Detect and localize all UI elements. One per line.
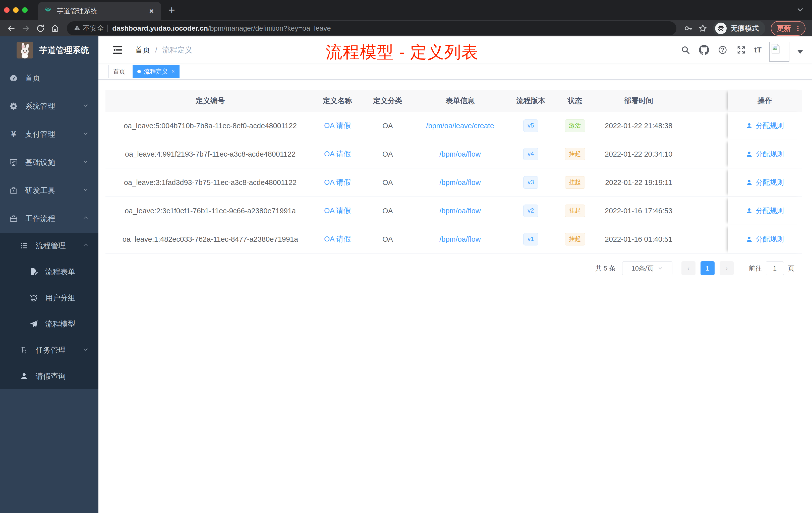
form-info-link[interactable]: /bpm/oa/flow — [439, 178, 481, 187]
active-dot-icon — [137, 70, 141, 73]
definition-name-link[interactable]: OA 请假 — [324, 177, 351, 187]
tag-home[interactable]: 首页 — [109, 65, 130, 78]
definition-category-cell: OA — [360, 225, 415, 253]
assign-rule-link[interactable]: 分配规则 — [746, 206, 784, 216]
definition-name-link[interactable]: OA 请假 — [324, 206, 351, 216]
sidebar-item-label: 工作流程 — [25, 214, 55, 224]
table-body: oa_leave:5:004b710b-7b8a-11ec-8ef0-acde4… — [106, 112, 802, 253]
next-page-button[interactable]: › — [720, 261, 734, 275]
font-size-icon[interactable]: tT — [754, 46, 762, 54]
form-info-link[interactable]: /bpm/oa/flow — [439, 150, 481, 158]
deploy-time-cell: 2022-01-16 17:46:53 — [593, 197, 685, 225]
assign-rule-link[interactable]: 分配规则 — [746, 121, 784, 130]
monitor-icon — [8, 157, 19, 168]
version-cell: v4 — [505, 140, 557, 168]
chevron-down-icon — [82, 130, 89, 139]
version-cell: v5 — [505, 112, 557, 140]
sidebar-logo[interactable]: 芋道管理系统 — [0, 36, 98, 64]
status-cell: 激活 — [557, 112, 593, 140]
table-row-0: oa_leave:5:004b710b-7b8a-11ec-8ef0-acde4… — [106, 112, 802, 140]
window-close-button[interactable] — [4, 7, 9, 13]
tab-title: 芋道管理系统 — [57, 6, 148, 16]
avatar-caret-icon[interactable] — [798, 50, 803, 55]
reload-icon[interactable] — [35, 23, 46, 34]
browser-tab[interactable]: 芋道管理系统 × — [38, 2, 161, 20]
sidebar-item-6[interactable]: 流程管理 — [0, 233, 98, 259]
security-warning-icon[interactable] — [74, 25, 80, 32]
password-key-icon[interactable] — [683, 23, 694, 34]
actions-cell: 分配规则 — [728, 225, 802, 253]
favicon-plant-icon — [44, 7, 52, 15]
fullscreen-icon[interactable] — [736, 44, 747, 56]
version-cell: v1 — [505, 225, 557, 253]
github-icon[interactable] — [698, 44, 709, 56]
form-info-link[interactable]: /bpm/oa/flow — [439, 235, 481, 243]
prev-page-button[interactable]: ‹ — [682, 261, 696, 275]
security-label[interactable]: 不安全 — [83, 24, 104, 33]
page-size-select[interactable]: 10条/页 — [622, 261, 672, 275]
page-1-button[interactable]: 1 — [700, 261, 715, 275]
tab-close-icon[interactable]: × — [148, 7, 155, 15]
filler-cell — [685, 169, 728, 197]
tag-process-definition[interactable]: 流程定义 × — [133, 65, 179, 78]
face-icon — [29, 293, 39, 303]
window-zoom-button[interactable] — [22, 7, 28, 13]
assign-rule-label: 分配规则 — [756, 149, 784, 159]
new-tab-button[interactable]: + — [166, 4, 178, 17]
sidebar-item-4[interactable]: 研发工具 — [0, 176, 98, 205]
sidebar-item-0[interactable]: 首页 — [0, 64, 98, 92]
deploy-time-cell: 2022-01-22 20:34:10 — [593, 140, 685, 168]
sidebar-item-8[interactable]: 用户分组 — [0, 285, 98, 311]
table-row-3: oa_leave:2:3c1f0ef1-76b1-11ec-9c66-a2380… — [106, 197, 802, 225]
assign-rule-link[interactable]: 分配规则 — [746, 178, 784, 187]
window-minimize-button[interactable] — [13, 7, 19, 13]
column-header-3: 表单信息 — [415, 90, 505, 112]
definition-name-link[interactable]: OA 请假 — [324, 121, 351, 131]
bookmark-star-icon[interactable] — [697, 23, 708, 34]
chevron-up-icon — [82, 214, 89, 223]
assign-rule-label: 分配规则 — [756, 234, 784, 244]
avatar[interactable] — [769, 42, 789, 62]
definition-name-link[interactable]: OA 请假 — [324, 234, 351, 244]
definition-name-cell: OA 请假 — [315, 197, 360, 225]
update-button[interactable]: 更新 — [771, 21, 806, 36]
paper-plane-icon — [29, 319, 39, 329]
search-icon[interactable] — [680, 44, 691, 56]
chevron-down-icon — [82, 102, 89, 111]
sidebar-item-7[interactable]: 流程表单 — [0, 259, 98, 285]
breadcrumb-home[interactable]: 首页 — [135, 45, 150, 55]
definition-name-link[interactable]: OA 请假 — [324, 149, 351, 159]
address-bar[interactable]: 不安全 dashboard.yudao.iocoder.cn/bpm/manag… — [67, 21, 676, 35]
chevron-down-icon — [82, 186, 89, 195]
pagination: 共 5 条 10条/页 ‹ 1 › 前往 页 — [98, 261, 794, 276]
sidebar-item-9[interactable]: 流程模型 — [0, 311, 98, 337]
toolbox-icon — [8, 185, 19, 195]
version-badge: v3 — [523, 176, 538, 189]
version-badge: v4 — [523, 148, 538, 160]
status-badge: 挂起 — [565, 233, 585, 245]
kebab-menu-icon — [794, 25, 802, 32]
question-icon[interactable] — [717, 44, 728, 56]
goto-page-input[interactable] — [766, 261, 784, 275]
sidebar-item-3[interactable]: 基础设施 — [0, 148, 98, 176]
back-icon[interactable] — [5, 23, 17, 34]
sidebar-item-10[interactable]: 任务管理 — [0, 337, 98, 363]
definition-category-cell: OA — [360, 197, 415, 225]
actions-cell: 分配规则 — [728, 140, 802, 168]
assign-rule-link[interactable]: 分配规则 — [746, 149, 784, 159]
tab-search-chevron-icon[interactable] — [796, 5, 805, 15]
sidebar-toggle-icon[interactable] — [112, 45, 123, 55]
home-icon[interactable] — [49, 23, 61, 34]
sidebar-item-2[interactable]: ¥支付管理 — [0, 120, 98, 148]
chevron-up-icon — [82, 241, 89, 250]
sidebar-item-11[interactable]: 请假查询 — [0, 363, 98, 389]
page-content: 定义编号定义名称定义分类表单信息流程版本状态部署时间操作 oa_leave:5:… — [98, 90, 812, 276]
deploy-time-cell: 2022-01-22 19:19:11 — [593, 169, 685, 197]
forward-icon[interactable] — [20, 23, 32, 34]
sidebar-item-1[interactable]: 系统管理 — [0, 92, 98, 120]
tag-close-icon[interactable]: × — [172, 69, 175, 74]
form-info-link[interactable]: /bpm/oa/flow — [439, 207, 481, 215]
sidebar-item-5[interactable]: 工作流程 — [0, 205, 98, 233]
assign-rule-link[interactable]: 分配规则 — [746, 234, 784, 244]
form-info-link[interactable]: /bpm/oa/leave/create — [426, 122, 494, 130]
